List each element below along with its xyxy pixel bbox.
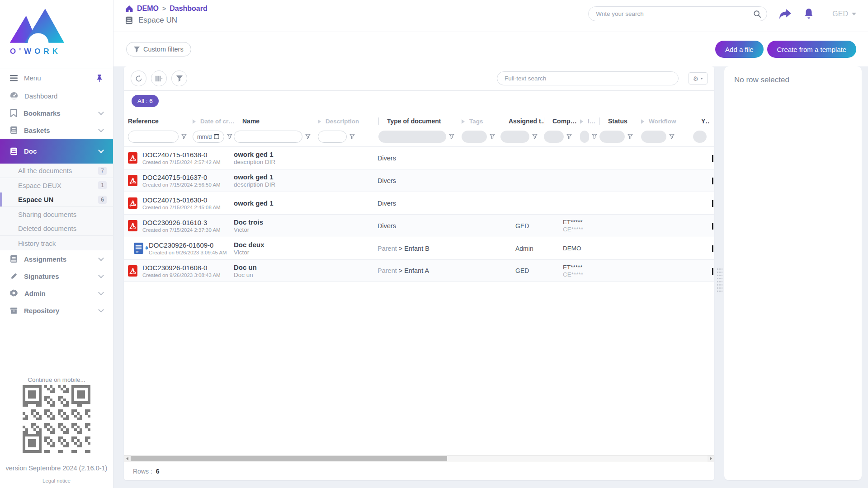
sidebar-item-bookmarks[interactable]: Bookmarks — [0, 104, 113, 122]
brand-logo[interactable]: O'WORK — [0, 0, 113, 69]
fulltext-search[interactable] — [497, 71, 679, 85]
column-header-description[interactable]: Description — [318, 118, 378, 125]
sidebar-item-espace-deux[interactable]: Espace DEUX 1 — [0, 178, 113, 192]
columns-button[interactable] — [151, 70, 167, 86]
panel-resize-handle[interactable] — [717, 267, 722, 294]
table-row[interactable]: w DOC230926-01610-3 Created on 7/15/2024… — [124, 214, 714, 237]
table-toolbar: ⚙ — [124, 66, 714, 91]
breadcrumb-current[interactable]: Dashboard — [170, 5, 208, 13]
document-reference[interactable]: DOC230926-01609-0 — [149, 241, 234, 249]
filter-button[interactable] — [171, 70, 187, 86]
count-badge: 7 — [98, 167, 107, 175]
filter-funnel-icon[interactable] — [627, 134, 633, 139]
custom-filters-button[interactable]: Custom filters — [126, 42, 191, 56]
document-reference[interactable]: DOC240715-01638-0 — [142, 151, 234, 159]
reference-filter-input[interactable] — [132, 133, 174, 140]
table-row[interactable]: w DOC230926-01609-0 Created on 9/26/2023… — [124, 237, 714, 259]
pen-icon — [10, 272, 18, 280]
document-reference[interactable]: DOC240715-01630-0 — [142, 196, 234, 204]
refresh-button[interactable] — [131, 70, 146, 86]
filter-funnel-icon[interactable] — [349, 134, 355, 139]
table-row[interactable]: w DOC230926-01608-0 Created on 9/26/2023… — [124, 259, 714, 282]
create-from-template-button[interactable]: Create from a template — [767, 41, 856, 58]
share-icon[interactable] — [779, 9, 792, 19]
scrollbar-thumb[interactable] — [131, 456, 447, 461]
funnel-icon — [134, 47, 140, 52]
table-settings-button[interactable]: ⚙ — [689, 72, 708, 84]
chevron-down-icon — [98, 272, 104, 278]
column-header-i[interactable]: I… — [580, 118, 599, 125]
scroll-right-button[interactable] — [708, 455, 714, 462]
column-header-status[interactable]: Status — [599, 117, 641, 125]
clipped-text-fragment — [712, 200, 713, 207]
sidebar-item-repository[interactable]: Repository — [0, 302, 113, 319]
table-row[interactable]: w DOC240715-01638-0 Created on 7/15/2024… — [124, 146, 714, 169]
sidebar-item-sharing-documents[interactable]: Sharing documents — [0, 207, 113, 221]
name-cell: owork ged 1 description DIR — [234, 173, 377, 188]
sidebar-item-espace-un[interactable]: Espace UN 6 — [0, 192, 113, 207]
document-description: description DIR — [234, 181, 377, 188]
document-reference[interactable]: DOC240715-01637-0 — [142, 174, 234, 181]
company-sub: CE***** — [563, 271, 714, 278]
document-reference[interactable]: DOC230926-01608-0 — [142, 264, 234, 272]
date-filter-value: mm/d — [197, 133, 212, 140]
created-date: Created on 7/15/2024 2:56:50 AM — [142, 182, 234, 188]
column-header-assigned-t[interactable]: Assigned t… — [500, 117, 544, 125]
global-search[interactable] — [588, 6, 767, 21]
hamburger-icon[interactable] — [10, 75, 18, 81]
column-header-date-of-cr[interactable]: Date of cr… — [193, 118, 234, 125]
filter-funnel-icon[interactable] — [181, 134, 187, 139]
filter-funnel-icon[interactable] — [669, 134, 675, 139]
column-header-y[interactable]: Y… — [693, 117, 709, 125]
scroll-left-button[interactable] — [124, 455, 131, 462]
alert-bell-icon — [145, 245, 149, 252]
filter-funnel-icon[interactable] — [592, 134, 597, 139]
type-value: Divers — [377, 200, 396, 207]
sidebar-item-baskets[interactable]: Baskets — [0, 122, 113, 139]
sidebar-item-all-the-documents[interactable]: All the documents 7 — [0, 164, 113, 178]
column-header-type-of-document[interactable]: Type of document — [378, 117, 462, 125]
profile-menu[interactable]: GED — [832, 10, 856, 18]
filter-funnel-icon[interactable] — [305, 134, 311, 139]
sidebar-item-signatures[interactable]: Signatures — [0, 267, 113, 285]
name-filter-input[interactable] — [238, 133, 298, 140]
gear-icon — [10, 289, 18, 297]
filter-funnel-icon[interactable] — [490, 134, 495, 139]
clipped-text-fragment — [712, 245, 713, 252]
sidebar-item-admin[interactable]: Admin — [0, 285, 113, 302]
legal-notice-link[interactable]: Legal notice — [0, 478, 113, 483]
sidebar-item-dashboard[interactable]: Dashboard — [0, 87, 113, 104]
date-filter[interactable]: mm/d — [193, 131, 224, 143]
horizontal-scrollbar[interactable] — [124, 455, 714, 462]
filter-funnel-icon[interactable] — [227, 134, 232, 139]
column-header-workflow[interactable]: Workflow — [641, 118, 693, 125]
sidebar-item-assignments[interactable]: Assignments — [0, 250, 113, 267]
sidebar-item-history-track[interactable]: History track — [0, 236, 113, 250]
filter-cell-tags — [462, 131, 500, 143]
menu-toggle-row[interactable]: Menu — [0, 69, 113, 87]
search-icon[interactable] — [753, 10, 761, 18]
all-count-chip[interactable]: All : 6 — [132, 95, 159, 107]
filter-funnel-icon[interactable] — [566, 134, 572, 139]
column-header-reference[interactable]: Reference — [128, 117, 193, 125]
global-search-input[interactable] — [596, 10, 753, 17]
document-reference[interactable]: DOC230926-01610-3 — [142, 219, 234, 226]
add-file-button[interactable]: Add a file — [715, 41, 764, 58]
column-header-tags[interactable]: Tags — [462, 118, 500, 125]
table-row[interactable]: w DOC240715-01630-0 Created on 7/15/2024… — [124, 192, 714, 214]
breadcrumb-root[interactable]: DEMO — [137, 5, 159, 13]
bell-icon[interactable] — [803, 8, 814, 20]
pin-icon[interactable] — [96, 74, 103, 82]
column-header-name[interactable]: Name — [234, 117, 318, 125]
chevron-down-icon — [98, 307, 104, 313]
fulltext-search-input[interactable] — [505, 75, 671, 82]
description-filter-input[interactable] — [322, 133, 342, 140]
column-header-comp[interactable]: Comp… — [544, 117, 580, 125]
filter-funnel-icon[interactable] — [449, 134, 454, 139]
table-row[interactable]: w DOC240715-01637-0 Created on 7/15/2024… — [124, 169, 714, 192]
filter-funnel-icon[interactable] — [532, 134, 538, 139]
scrollbar-track[interactable] — [131, 455, 708, 462]
sidebar-item-deleted-documents[interactable]: Deleted documents — [0, 221, 113, 236]
sidebar-item-doc[interactable]: Doc — [0, 139, 113, 164]
home-icon[interactable] — [125, 5, 133, 13]
